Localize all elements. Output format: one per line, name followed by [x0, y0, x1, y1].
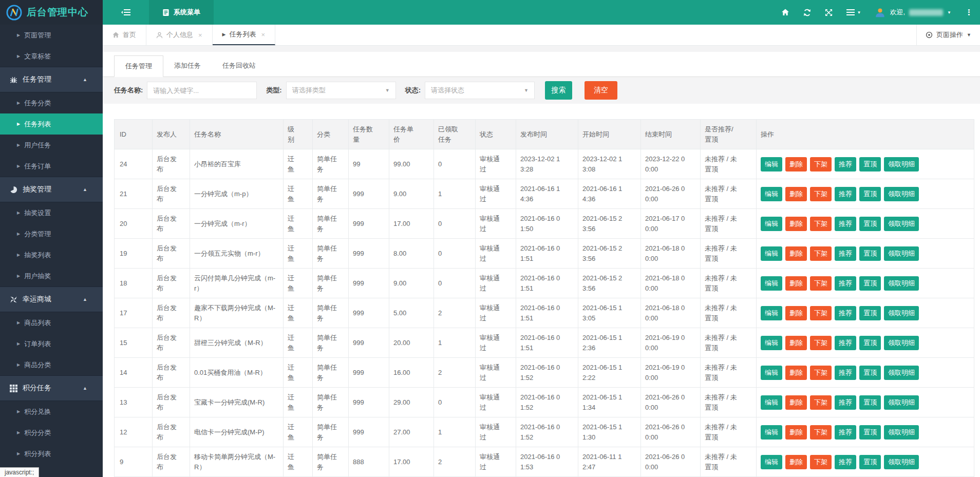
- action-edit-button[interactable]: 编辑: [761, 246, 782, 261]
- sidebar-item[interactable]: ▶订单列表: [0, 333, 103, 354]
- action-delete-button[interactable]: 删除: [785, 217, 807, 231]
- action-edit-button[interactable]: 编辑: [761, 276, 782, 291]
- action-off-shelf-button[interactable]: 下架: [810, 187, 832, 201]
- action-claim-detail-button[interactable]: 领取明细: [884, 366, 919, 380]
- user-menu[interactable]: 欢迎, ▼: [875, 7, 951, 18]
- sidebar-item[interactable]: ▶文章标签: [0, 46, 103, 67]
- action-delete-button[interactable]: 删除: [785, 336, 807, 350]
- sidebar-item[interactable]: ▶商品分类: [0, 354, 103, 375]
- breadcrumb-tab[interactable]: ▶任务列表×: [213, 25, 276, 45]
- action-delete-button[interactable]: 删除: [785, 157, 807, 171]
- action-recommend-button[interactable]: 推荐: [835, 395, 856, 410]
- action-off-shelf-button[interactable]: 下架: [810, 455, 832, 469]
- action-delete-button[interactable]: 删除: [785, 276, 807, 291]
- action-edit-button[interactable]: 编辑: [761, 395, 782, 410]
- sidebar-item[interactable]: ▶商品列表: [0, 312, 103, 333]
- action-recommend-button[interactable]: 推荐: [835, 217, 856, 231]
- tab-item[interactable]: 添加任务: [163, 55, 212, 77]
- breadcrumb-tab[interactable]: 个人信息×: [146, 25, 213, 45]
- sidebar-item-active[interactable]: ▶任务列表: [0, 113, 103, 135]
- sidebar-item[interactable]: ▶任务分类: [0, 92, 103, 113]
- action-delete-button[interactable]: 删除: [785, 306, 807, 320]
- action-edit-button[interactable]: 编辑: [761, 366, 782, 380]
- action-recommend-button[interactable]: 推荐: [835, 306, 856, 320]
- action-edit-button[interactable]: 编辑: [761, 217, 782, 231]
- tab-active[interactable]: 任务管理: [114, 55, 163, 77]
- action-off-shelf-button[interactable]: 下架: [810, 157, 832, 171]
- action-edit-button[interactable]: 编辑: [761, 157, 782, 171]
- action-delete-button[interactable]: 删除: [785, 455, 807, 469]
- sidebar-section[interactable]: 任务管理▲: [0, 67, 103, 92]
- sidebar-toggle-icon[interactable]: [103, 0, 149, 25]
- sidebar-item[interactable]: ▶积分列表: [0, 443, 103, 464]
- action-edit-button[interactable]: 编辑: [761, 187, 782, 201]
- action-delete-button[interactable]: 删除: [785, 425, 807, 440]
- action-off-shelf-button[interactable]: 下架: [810, 366, 832, 380]
- close-icon[interactable]: ×: [261, 31, 266, 39]
- action-off-shelf-button[interactable]: 下架: [810, 217, 832, 231]
- action-pin-top-button[interactable]: 置顶: [859, 306, 881, 320]
- action-edit-button[interactable]: 编辑: [761, 455, 782, 469]
- menu-dropdown-icon[interactable]: ▼: [846, 9, 861, 15]
- action-off-shelf-button[interactable]: 下架: [810, 306, 832, 320]
- status-select[interactable]: 请选择状态 ▼: [425, 82, 535, 99]
- action-pin-top-button[interactable]: 置顶: [859, 425, 881, 440]
- sidebar-item[interactable]: ▶积分分类: [0, 422, 103, 443]
- action-claim-detail-button[interactable]: 领取明细: [884, 217, 919, 231]
- home-icon[interactable]: [781, 9, 789, 16]
- sidebar-item[interactable]: ▶用户抽奖: [0, 265, 103, 287]
- sidebar-item[interactable]: ▶用户任务: [0, 135, 103, 156]
- action-pin-top-button[interactable]: 置顶: [859, 455, 881, 469]
- action-pin-top-button[interactable]: 置顶: [859, 246, 881, 261]
- sidebar-section[interactable]: 幸运商城▲: [0, 287, 103, 312]
- action-claim-detail-button[interactable]: 领取明细: [884, 157, 919, 171]
- action-recommend-button[interactable]: 推荐: [835, 157, 856, 171]
- tab-item[interactable]: 任务回收站: [212, 55, 267, 77]
- task-name-input[interactable]: [147, 82, 257, 99]
- close-icon[interactable]: ×: [198, 31, 202, 39]
- action-pin-top-button[interactable]: 置顶: [859, 187, 881, 201]
- action-claim-detail-button[interactable]: 领取明细: [884, 276, 919, 291]
- search-button[interactable]: 搜索: [545, 81, 572, 100]
- breadcrumb-tab[interactable]: 首页: [103, 25, 146, 45]
- action-recommend-button[interactable]: 推荐: [835, 455, 856, 469]
- action-claim-detail-button[interactable]: 领取明细: [884, 187, 919, 201]
- action-recommend-button[interactable]: 推荐: [835, 425, 856, 440]
- action-pin-top-button[interactable]: 置顶: [859, 276, 881, 291]
- action-off-shelf-button[interactable]: 下架: [810, 246, 832, 261]
- action-delete-button[interactable]: 删除: [785, 366, 807, 380]
- more-dots-icon[interactable]: ⋮: [965, 8, 973, 17]
- action-recommend-button[interactable]: 推荐: [835, 187, 856, 201]
- action-off-shelf-button[interactable]: 下架: [810, 395, 832, 410]
- sidebar-item[interactable]: ▶页面管理: [0, 25, 103, 46]
- action-pin-top-button[interactable]: 置顶: [859, 217, 881, 231]
- action-off-shelf-button[interactable]: 下架: [810, 336, 832, 350]
- action-recommend-button[interactable]: 推荐: [835, 276, 856, 291]
- fullscreen-icon[interactable]: [825, 9, 833, 16]
- action-claim-detail-button[interactable]: 领取明细: [884, 246, 919, 261]
- action-claim-detail-button[interactable]: 领取明细: [884, 425, 919, 440]
- tab-system-menu[interactable]: 系统菜单: [149, 0, 214, 25]
- refresh-icon[interactable]: [803, 9, 811, 16]
- action-edit-button[interactable]: 编辑: [761, 336, 782, 350]
- action-off-shelf-button[interactable]: 下架: [810, 276, 832, 291]
- action-pin-top-button[interactable]: 置顶: [859, 395, 881, 410]
- sidebar-item[interactable]: ▶分类管理: [0, 223, 103, 244]
- action-edit-button[interactable]: 编辑: [761, 425, 782, 440]
- action-delete-button[interactable]: 删除: [785, 395, 807, 410]
- action-claim-detail-button[interactable]: 领取明细: [884, 336, 919, 350]
- action-pin-top-button[interactable]: 置顶: [859, 366, 881, 380]
- sidebar-section[interactable]: 积分任务▲: [0, 375, 103, 401]
- page-operations-button[interactable]: 页面操作 ▼: [916, 25, 980, 45]
- sidebar-item[interactable]: ▶抽奖设置: [0, 202, 103, 223]
- sidebar-item[interactable]: ▶积分兑换: [0, 401, 103, 422]
- action-recommend-button[interactable]: 推荐: [835, 246, 856, 261]
- sidebar-item[interactable]: ▶任务订单: [0, 156, 103, 177]
- clear-button[interactable]: 清空: [585, 81, 617, 100]
- action-pin-top-button[interactable]: 置顶: [859, 157, 881, 171]
- action-recommend-button[interactable]: 推荐: [835, 366, 856, 380]
- action-claim-detail-button[interactable]: 领取明细: [884, 455, 919, 469]
- action-recommend-button[interactable]: 推荐: [835, 336, 856, 350]
- sidebar-section[interactable]: 抽奖管理▲: [0, 177, 103, 202]
- type-select[interactable]: 请选择类型 ▼: [286, 82, 396, 99]
